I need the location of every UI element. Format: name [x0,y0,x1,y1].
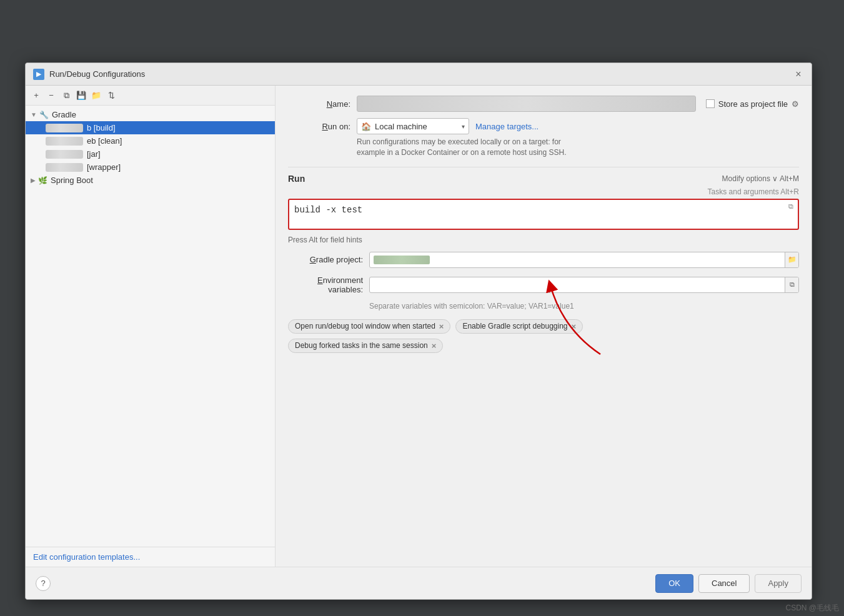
manage-targets-link[interactable]: Manage targets... [475,122,539,131]
run-on-label: Run on: [288,122,357,131]
tree-item-jar-label: [jar] [87,149,101,159]
env-vars-input: ⧉ [369,277,799,293]
apply-button[interactable]: Apply [755,574,802,593]
folder-config-button[interactable]: 📁 [89,89,103,102]
gradle-project-row: Gradle project: 📁 [288,252,799,268]
modify-options-label: Modify options [722,174,770,183]
ok-button[interactable]: OK [655,574,693,593]
config-tree: ▼ 🔧 Gradle b [build] eb [clean] [ja [26,106,275,547]
press-alt-hint: Press Alt for field hints [288,236,799,244]
run-input[interactable]: build -x test [288,199,799,230]
cancel-button[interactable]: Cancel [698,574,750,593]
store-project-label: Store as project file [718,99,788,109]
local-machine-icon: 🏠 [361,122,371,131]
gradle-project-label: Gradle project: [288,255,369,264]
tree-item-clean[interactable]: eb [clean] [26,134,275,147]
footer-right: OK Cancel Apply [655,574,802,593]
env-separator-hint: Separate variables with semicolon: VAR=v… [369,302,799,310]
modify-options-shortcut: ∨ Alt+M [772,174,799,183]
copy-run-input-button[interactable]: ⧉ [785,201,797,212]
watermark: CSDN @毛线毛 [785,603,839,614]
chip-debug-forked-close[interactable]: × [432,341,437,350]
tree-item-wrapper-label: [wrapper] [87,162,121,172]
footer-left: ? [36,576,51,591]
chip-debug-forked: Debug forked tasks in the same session × [288,339,443,353]
chips-row-2: Debug forked tasks in the same session × [288,339,799,353]
gradle-project-input: 📁 [369,252,799,268]
sort-config-button[interactable]: ⇅ [104,89,118,102]
tree-item-build-prefix [46,124,83,132]
name-label: Name: [288,99,357,109]
left-panel-toolbar: + − ⧉ 💾 📁 ⇅ [26,86,275,106]
run-description: Run configurations may be executed local… [357,137,799,158]
gradle-project-blurred [374,256,430,264]
run-on-select[interactable]: 🏠 Local machine ▾ [357,118,469,134]
copy-config-button[interactable]: ⧉ [59,89,73,102]
help-button[interactable]: ? [36,576,51,591]
tree-item-wrapper-prefix [46,163,83,172]
tree-item-build-label: b [build] [87,123,116,132]
run-on-row: Run on: 🏠 Local machine ▾ Manage targets… [288,118,799,134]
run-debug-dialog: ▶ Run/Debug Configurations × + − ⧉ 💾 📁 ⇅… [25,62,812,600]
tree-item-clean-prefix [46,137,83,146]
env-vars-row: Environment variables: ⧉ [288,276,799,294]
chip-debug-forked-label: Debug forked tasks in the same session [295,341,428,350]
remove-config-button[interactable]: − [44,89,58,102]
tree-item-jar-prefix [46,150,83,159]
store-gear-icon[interactable]: ⚙ [792,99,799,109]
dialog-title: Run/Debug Configurations [49,69,793,79]
chevron-down-icon: ▾ [462,123,465,130]
right-panel: Name: Store as project file ⚙ Run on: 🏠 … [276,86,812,567]
store-project-row: Store as project file ⚙ [706,99,799,109]
dialog-titlebar: ▶ Run/Debug Configurations × [26,63,812,86]
chip-open-tool-window-close[interactable]: × [439,322,444,331]
tree-node-gradle-label: Gradle [52,110,76,119]
tree-item-build[interactable]: b [build] [26,121,275,134]
chip-gradle-debug-label: Enable Gradle script debugging [462,322,567,330]
gradle-project-value [370,256,785,264]
chips-row: Open run/debug tool window when started … [288,319,799,334]
dialog-body: + − ⧉ 💾 📁 ⇅ ▼ 🔧 Gradle b [build] [26,86,812,567]
name-input[interactable] [357,96,696,112]
chip-open-tool-window-label: Open run/debug tool window when started [295,322,435,330]
run-on-value: Local machine [375,122,427,131]
modify-options-link[interactable]: Modify options ∨ Alt+M [722,174,799,183]
left-panel-footer: Edit configuration templates... [26,547,275,567]
close-button[interactable]: × [793,69,804,80]
gradle-project-browse-button[interactable]: 📁 [785,252,798,267]
env-vars-label: Environment variables: [288,276,369,294]
chip-gradle-debug-close[interactable]: × [572,322,577,331]
run-input-wrapper: build -x test ⧉ [288,199,799,232]
tree-item-clean-label: eb [clean] [87,136,122,146]
name-row: Name: Store as project file ⚙ [288,96,799,112]
add-config-button[interactable]: + [29,89,43,102]
springboot-icon: 🌿 [38,176,47,185]
save-config-button[interactable]: 💾 [74,89,88,102]
edit-config-templates-link[interactable]: Edit configuration templates... [33,552,140,562]
tree-node-springboot[interactable]: ▶ 🌿 Spring Boot [26,174,275,187]
store-project-checkbox[interactable] [706,99,715,108]
env-vars-expand-button[interactable]: ⧉ [785,277,798,292]
chip-open-tool-window: Open run/debug tool window when started … [288,319,450,334]
chip-gradle-debug: Enable Gradle script debugging × [455,319,583,334]
left-panel: + − ⧉ 💾 📁 ⇅ ▼ 🔧 Gradle b [build] [26,86,276,567]
tree-item-jar[interactable]: [jar] [26,147,275,161]
run-section-header: Run Modify options ∨ Alt+M [288,174,799,184]
section-divider [288,167,799,167]
expand-arrow-icon: ▶ [31,177,36,184]
tasks-args-hint: Tasks and arguments Alt+R [288,187,799,196]
dialog-footer: ? OK Cancel Apply [26,567,812,599]
gradle-icon: 🔧 [39,111,49,119]
dialog-icon: ▶ [33,69,44,80]
tree-item-wrapper[interactable]: [wrapper] [26,161,275,174]
collapse-arrow-icon: ▼ [31,111,37,118]
run-section-title: Run [288,174,305,184]
tree-node-springboot-label: Spring Boot [51,176,93,185]
env-vars-field[interactable] [370,280,785,289]
tree-node-gradle[interactable]: ▼ 🔧 Gradle [26,108,275,121]
